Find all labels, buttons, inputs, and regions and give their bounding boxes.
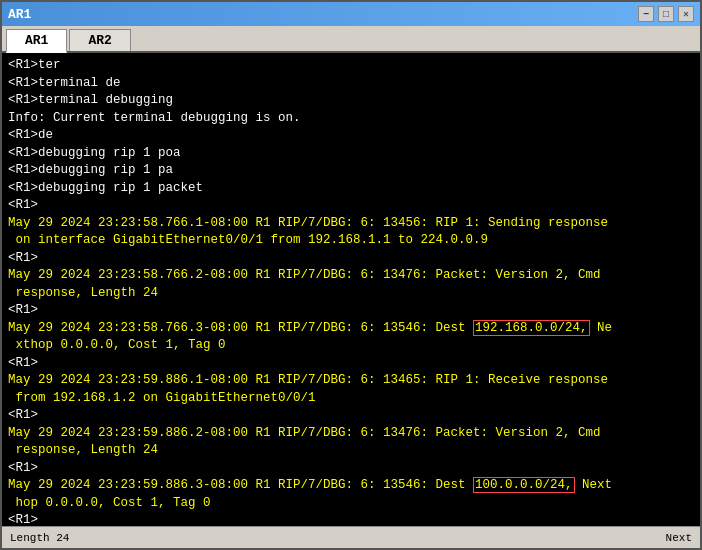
line-20: from 192.168.1.2 on GigabitEthernet0/0/1 <box>8 390 694 408</box>
line-27: <R1> <box>8 512 694 526</box>
next-status[interactable]: Next <box>666 532 692 544</box>
line-15: <R1> <box>8 302 694 320</box>
tab-ar1[interactable]: AR1 <box>6 29 67 53</box>
line-19: May 29 2024 23:23:59.886.1-08:00 R1 RIP/… <box>8 372 694 390</box>
title-bar: AR1 − □ ✕ <box>2 2 700 26</box>
line-26: hop 0.0.0.0, Cost 1, Tag 0 <box>8 495 694 513</box>
minimize-button[interactable]: − <box>638 6 654 22</box>
line-18: <R1> <box>8 355 694 373</box>
line-3: <R1>terminal debugging <box>8 92 694 110</box>
line-16: May 29 2024 23:23:58.766.3-08:00 R1 RIP/… <box>8 320 694 338</box>
line-12: <R1> <box>8 250 694 268</box>
line-8: <R1>debugging rip 1 packet <box>8 180 694 198</box>
line-4: Info: Current terminal debugging is on. <box>8 110 694 128</box>
terminal-area[interactable]: <R1>ter <R1>terminal de <R1>terminal deb… <box>2 53 700 526</box>
dest-highlight-2: 100.0.0.0/24, <box>473 477 575 493</box>
on-text: on <box>278 111 293 125</box>
line-21: <R1> <box>8 407 694 425</box>
restore-button[interactable]: □ <box>658 6 674 22</box>
status-bar: Length 24 Next <box>2 526 700 548</box>
line-7: <R1>debugging rip 1 pa <box>8 162 694 180</box>
line-13: May 29 2024 23:23:58.766.2-08:00 R1 RIP/… <box>8 267 694 285</box>
main-window: AR1 − □ ✕ AR1 AR2 <R1>ter <R1>terminal d… <box>0 0 702 550</box>
line-2: <R1>terminal de <box>8 75 694 93</box>
line-24: <R1> <box>8 460 694 478</box>
line-6: <R1>debugging rip 1 poa <box>8 145 694 163</box>
line-23: response, Length 24 <box>8 442 694 460</box>
title-bar-controls: − □ ✕ <box>638 6 694 22</box>
tabs-bar: AR1 AR2 <box>2 26 700 53</box>
window-title: AR1 <box>8 7 31 22</box>
line-5: <R1>de <box>8 127 694 145</box>
dest-highlight-1: 192.168.0.0/24, <box>473 320 590 336</box>
line-14: response, Length 24 <box>8 285 694 303</box>
line-9: <R1> <box>8 197 694 215</box>
close-button[interactable]: ✕ <box>678 6 694 22</box>
line-22: May 29 2024 23:23:59.886.2-08:00 R1 RIP/… <box>8 425 694 443</box>
tab-ar2[interactable]: AR2 <box>69 29 130 51</box>
length-status: Length 24 <box>10 532 69 544</box>
line-10: May 29 2024 23:23:58.766.1-08:00 R1 RIP/… <box>8 215 694 233</box>
line-25: May 29 2024 23:23:59.886.3-08:00 R1 RIP/… <box>8 477 694 495</box>
line-11: on interface GigabitEthernet0/0/1 from 1… <box>8 232 694 250</box>
line-17: xthop 0.0.0.0, Cost 1, Tag 0 <box>8 337 694 355</box>
line-1: <R1>ter <box>8 57 694 75</box>
title-bar-left: AR1 <box>8 7 31 22</box>
length-24-text-1: Length 24 <box>91 286 159 300</box>
